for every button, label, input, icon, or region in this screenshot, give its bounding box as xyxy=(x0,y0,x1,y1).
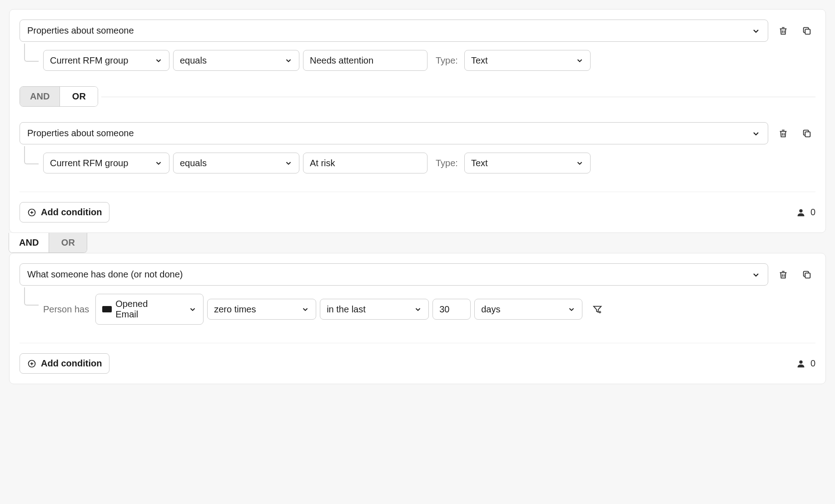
chevron-down-icon xyxy=(284,159,293,167)
type-value: Text xyxy=(471,158,488,168)
add-condition-label: Add condition xyxy=(41,358,102,369)
duplicate-condition-button[interactable] xyxy=(798,266,815,283)
condition-group: Properties about someone Current RFM gro… xyxy=(9,9,826,233)
group-count-value: 0 xyxy=(810,207,815,217)
chevron-down-icon xyxy=(751,129,760,138)
chevron-down-icon xyxy=(751,270,760,279)
group-count: 0 xyxy=(796,207,815,217)
chevron-down-icon xyxy=(751,26,760,35)
group-count-value: 0 xyxy=(810,358,815,369)
number-input[interactable]: 30 xyxy=(432,299,471,320)
add-condition-label: Add condition xyxy=(41,207,102,217)
outer-operator-toggle: AND OR xyxy=(9,233,87,253)
value-text: At risk xyxy=(310,158,335,168)
duplicate-condition-button[interactable] xyxy=(798,125,815,142)
event-value: Opened Email xyxy=(115,299,170,320)
chevron-down-icon xyxy=(284,56,293,64)
inner-operator-and[interactable]: AND xyxy=(20,87,60,106)
property-field-value: Current RFM group xyxy=(50,55,128,66)
delete-condition-button[interactable] xyxy=(775,266,792,283)
delete-condition-button[interactable] xyxy=(775,125,792,142)
outer-operator-row: AND OR xyxy=(9,233,826,253)
condition-kind-select[interactable]: Properties about someone xyxy=(20,122,768,144)
delete-condition-button[interactable] xyxy=(775,22,792,40)
type-label: Type: xyxy=(436,55,458,66)
group-footer: Add condition 0 xyxy=(20,192,815,222)
operator-select[interactable]: equals xyxy=(173,50,299,71)
chevron-down-icon xyxy=(154,159,163,167)
group-count: 0 xyxy=(796,358,815,369)
person-has-label: Person has xyxy=(43,304,89,315)
condition-kind-select[interactable]: What someone has done (or not done) xyxy=(20,263,768,286)
inner-operator-row: AND OR xyxy=(20,86,815,107)
value-text: Needs attention xyxy=(310,55,373,66)
person-icon xyxy=(796,208,806,217)
condition-group: What someone has done (or not done) Pers… xyxy=(9,253,826,384)
svg-point-3 xyxy=(799,209,802,212)
chevron-down-icon xyxy=(154,56,163,64)
add-condition-button[interactable]: Add condition xyxy=(20,202,109,222)
condition-row: Properties about someone Current RFM gro… xyxy=(20,20,815,71)
add-condition-button[interactable]: Add condition xyxy=(20,353,109,374)
add-filter-button[interactable] xyxy=(589,301,606,318)
range-value: in the last xyxy=(327,304,366,315)
condition-details: Current RFM group equals Needs attention… xyxy=(20,50,815,71)
range-select[interactable]: in the last xyxy=(320,299,429,320)
plus-circle-icon xyxy=(27,359,36,368)
event-select[interactable]: Opened Email xyxy=(95,294,204,325)
outer-operator-and[interactable]: AND xyxy=(9,233,49,252)
operator-value: equals xyxy=(180,158,207,168)
unit-select[interactable]: days xyxy=(474,299,582,320)
svg-rect-4 xyxy=(805,273,810,278)
event-brand-icon xyxy=(102,306,112,312)
condition-row: Properties about someone Current RFM gro… xyxy=(20,122,815,173)
unit-value: days xyxy=(481,304,500,315)
group-footer: Add condition 0 xyxy=(20,343,815,374)
operator-value: equals xyxy=(180,55,207,66)
person-icon xyxy=(796,359,806,369)
plus-circle-icon xyxy=(27,208,36,217)
condition-kind-label: Properties about someone xyxy=(27,25,134,36)
chevron-down-icon xyxy=(576,159,584,167)
condition-kind-select[interactable]: Properties about someone xyxy=(20,20,768,42)
chevron-down-icon xyxy=(189,305,197,313)
type-select[interactable]: Text xyxy=(464,50,591,71)
inner-operator-toggle: AND OR xyxy=(20,86,98,107)
type-select[interactable]: Text xyxy=(464,153,591,173)
svg-rect-0 xyxy=(805,29,810,34)
outer-operator-or[interactable]: OR xyxy=(49,233,87,252)
times-value: zero times xyxy=(214,304,256,315)
inner-operator-or[interactable]: OR xyxy=(60,87,98,106)
condition-details: Current RFM group equals At risk Type: T… xyxy=(20,153,815,173)
condition-kind-label: What someone has done (or not done) xyxy=(27,269,183,280)
chevron-down-icon xyxy=(576,56,584,64)
duplicate-condition-button[interactable] xyxy=(798,22,815,40)
value-input[interactable]: Needs attention xyxy=(303,50,427,71)
type-label: Type: xyxy=(436,158,458,168)
condition-details: Person has Opened Email zero times in th… xyxy=(20,294,815,325)
times-select[interactable]: zero times xyxy=(207,299,316,320)
condition-kind-label: Properties about someone xyxy=(27,128,134,138)
value-input[interactable]: At risk xyxy=(303,153,427,173)
svg-rect-1 xyxy=(805,132,810,137)
type-value: Text xyxy=(471,55,488,66)
operator-select[interactable]: equals xyxy=(173,153,299,173)
number-value: 30 xyxy=(439,304,449,315)
divider-line xyxy=(101,97,815,97)
chevron-down-icon xyxy=(567,305,576,313)
svg-point-6 xyxy=(799,360,802,363)
chevron-down-icon xyxy=(414,305,422,313)
chevron-down-icon xyxy=(301,305,309,313)
property-field-select[interactable]: Current RFM group xyxy=(43,50,169,71)
property-field-value: Current RFM group xyxy=(50,158,128,168)
property-field-select[interactable]: Current RFM group xyxy=(43,153,169,173)
condition-row: What someone has done (or not done) Pers… xyxy=(20,263,815,325)
